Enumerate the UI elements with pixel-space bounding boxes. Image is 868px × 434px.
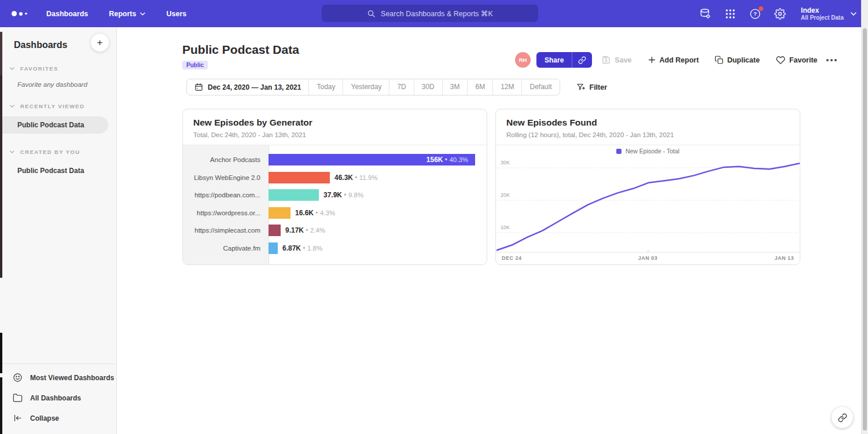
card-new-episodes-found[interactable]: New Episodes Found Rolling (12 hours), t…	[495, 109, 800, 265]
section-created-by-you[interactable]: CREATED BY YOU	[0, 149, 116, 155]
copy-link-button[interactable]	[572, 52, 592, 68]
line-chart	[496, 156, 800, 255]
mixpanel-logo-icon[interactable]	[12, 11, 31, 16]
bar-segment[interactable]	[269, 207, 290, 219]
save-button[interactable]: Save	[602, 56, 631, 64]
card-header: New Episodes by Generator Total, Dec 24t…	[183, 109, 487, 145]
all-dashboards-button[interactable]: All Dashboards	[0, 388, 116, 408]
legend-label: New Episode - Total	[626, 148, 679, 155]
section-favorites[interactable]: FAVORITES	[0, 65, 116, 72]
bar-segment[interactable]	[269, 225, 281, 236]
sidebar-item-public-podcast-data-created[interactable]: Public Podcast Data	[0, 162, 116, 179]
header-actions: RH Share Save Add Report Duplicate Favor…	[515, 52, 837, 68]
bar-row: https://wordpress.or...16.6K • 4.3%	[183, 204, 487, 222]
heart-icon	[776, 56, 785, 65]
nav-item-dashboards[interactable]: Dashboards	[46, 10, 88, 18]
nav-item-label: Users	[166, 10, 186, 18]
favorite-button[interactable]: Favorite	[776, 56, 818, 65]
date-presets: TodayYesterday7D30D3M6M12MDefault	[308, 79, 559, 95]
chevron-down-icon	[10, 105, 14, 108]
bar-segment[interactable]	[269, 189, 319, 201]
help-icon[interactable]: ?	[749, 8, 762, 20]
bar-row: Captivate.fm6.87K • 1.8%	[183, 240, 487, 258]
card-title: New Episodes by Generator	[193, 117, 476, 128]
public-badge: Public	[182, 61, 208, 69]
preset-default[interactable]: Default	[521, 79, 559, 95]
section-label: RECENTLY VIEWED	[20, 103, 84, 109]
add-report-label: Add Report	[660, 56, 699, 64]
bar-value-label: 46.3K • 11.9%	[334, 174, 378, 182]
bar-row: https://simplecast.com9.17K • 2.4%	[183, 222, 487, 240]
screen-edge-artifact	[0, 377, 2, 434]
bar-segment[interactable]	[269, 242, 278, 254]
preset-yesterday[interactable]: Yesterday	[343, 79, 389, 95]
scrollbar-thumb[interactable]	[863, 28, 867, 431]
preset-12m[interactable]: 12M	[492, 79, 521, 95]
preset-3m[interactable]: 3M	[442, 79, 468, 95]
data-icon[interactable]	[699, 8, 712, 20]
card-title: New Episodes Found	[506, 117, 789, 128]
apps-grid-icon[interactable]	[724, 8, 737, 20]
legend-swatch	[616, 149, 621, 154]
avatar[interactable]: RH	[515, 52, 531, 68]
bar-category-label: https://simplecast.com	[183, 227, 269, 234]
card-new-episodes-by-generator[interactable]: New Episodes by Generator Total, Dec 24t…	[182, 109, 487, 265]
vertical-scrollbar[interactable]	[861, 0, 868, 434]
screen-edge-artifact	[0, 333, 2, 373]
sidebar: Dashboards + FAVORITES Favorite any dash…	[0, 27, 117, 434]
plus-icon	[648, 56, 656, 64]
bar-row: https://podbean.com...37.9K • 9.8%	[183, 186, 487, 204]
add-report-button[interactable]: Add Report	[648, 56, 699, 64]
date-range-control: Dec 24, 2020 — Jan 13, 2021 TodayYesterd…	[186, 79, 560, 95]
bar-value-label: 156K • 40.3%	[426, 156, 468, 164]
preset-30d[interactable]: 30D	[414, 79, 442, 95]
search-input[interactable]: Search Dashboards & Reports ⌘K	[322, 5, 538, 22]
preset-today[interactable]: Today	[308, 79, 343, 95]
top-nav: Dashboards Reports Users Search Dashboar…	[0, 0, 868, 27]
date-range-label: Dec 24, 2020 — Jan 13, 2021	[208, 83, 301, 91]
screen-edge-artifact	[0, 32, 2, 75]
search-placeholder: Search Dashboards & Reports ⌘K	[381, 9, 493, 18]
collapse-icon	[13, 413, 23, 423]
bar-value-label: 9.17K • 2.4%	[285, 226, 325, 234]
filter-button[interactable]: Filter	[576, 83, 608, 91]
bar-segment[interactable]	[269, 172, 330, 183]
y-axis-tick-label: 30K	[501, 160, 510, 165]
section-label: CREATED BY YOU	[20, 149, 80, 155]
sidebar-footer: Most Viewed Dashboards All Dashboards Co…	[0, 363, 116, 434]
line-series[interactable]	[497, 163, 800, 250]
smiley-icon	[13, 373, 23, 382]
toolbar: Dec 24, 2020 — Jan 13, 2021 TodayYesterd…	[186, 79, 607, 95]
project-switcher[interactable]: Index All Project Data	[801, 6, 856, 21]
preset-7d[interactable]: 7D	[389, 79, 413, 95]
bar-row: Libsyn WebEngine 2.046.3K • 11.9%	[183, 169, 487, 187]
nav-item-users[interactable]: Users	[166, 10, 186, 18]
copy-link-fab[interactable]	[832, 407, 853, 428]
add-dashboard-button[interactable]: +	[90, 33, 109, 52]
card-subtitle: Total, Dec 24th, 2020 - Jan 13th, 2021	[193, 131, 476, 138]
favorites-empty-text: Favorite any dashboard	[0, 72, 116, 88]
date-range-picker[interactable]: Dec 24, 2020 — Jan 13, 2021	[187, 83, 308, 91]
folder-icon	[13, 393, 23, 403]
y-axis-tick-label: 20K	[501, 192, 510, 198]
more-options-button[interactable]	[826, 59, 837, 61]
filter-label: Filter	[590, 83, 608, 91]
page-title: Public Podcast Data	[182, 43, 299, 57]
section-recently-viewed[interactable]: RECENTLY VIEWED	[0, 103, 116, 109]
sidebar-item-public-podcast-data[interactable]: Public Podcast Data	[0, 116, 108, 134]
gear-icon[interactable]	[774, 8, 786, 20]
preset-6m[interactable]: 6M	[467, 79, 492, 95]
duplicate-label: Duplicate	[727, 56, 760, 64]
save-label: Save	[615, 56, 631, 64]
nav-item-reports[interactable]: Reports	[109, 10, 145, 18]
most-viewed-dashboards-button[interactable]: Most Viewed Dashboards	[0, 367, 116, 388]
bar-category-label: Anchor Podcasts	[183, 156, 269, 163]
duplicate-button[interactable]: Duplicate	[715, 56, 760, 64]
y-axis-tick-label: 10K	[501, 225, 510, 230]
notification-badge	[759, 6, 763, 11]
chevron-down-icon	[10, 150, 14, 153]
collapse-sidebar-button[interactable]: Collapse	[0, 408, 116, 428]
share-button[interactable]: Share	[536, 52, 592, 68]
bar-segment[interactable]: 156K • 40.3%	[269, 154, 475, 165]
bar-chart: Anchor Podcasts156K • 40.3%Libsyn WebEng…	[183, 145, 487, 264]
